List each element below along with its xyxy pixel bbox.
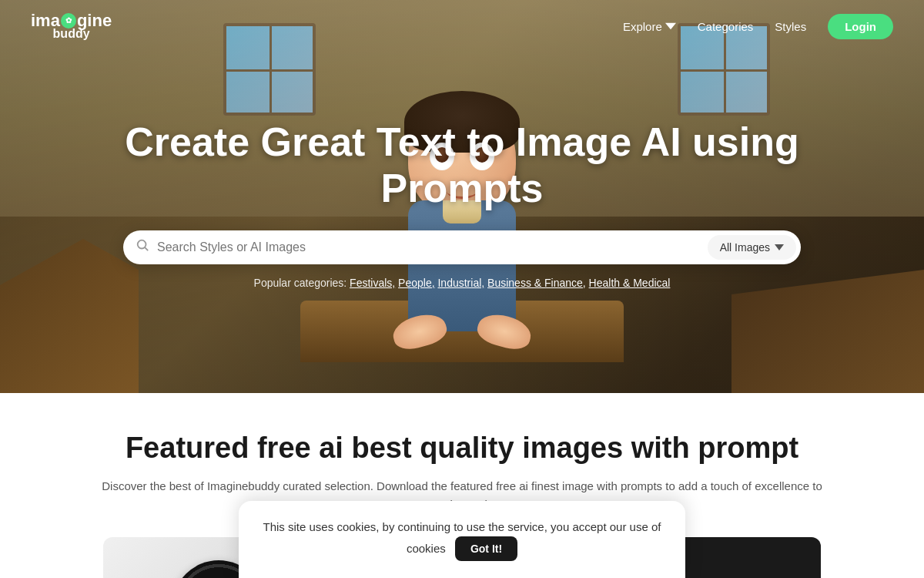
nav-explore[interactable]: Explore — [623, 20, 676, 33]
search-bar: All Images — [123, 230, 801, 264]
login-button[interactable]: Login — [828, 14, 893, 39]
logo-buddy: buddy — [53, 27, 90, 40]
search-input[interactable] — [157, 240, 708, 254]
category-festivals[interactable]: Festivals, — [350, 277, 395, 289]
search-icon — [136, 238, 149, 256]
svg-line-1 — [145, 247, 148, 250]
category-health-medical[interactable]: Health & Medical — [589, 277, 671, 289]
navigation: ima✿gine buddy Explore Categories Styles… — [0, 0, 924, 52]
hero-title: Create Great Text to Image AI using Prom… — [116, 119, 808, 212]
hero-content: Create Great Text to Image AI using Prom… — [0, 119, 924, 289]
nav-categories[interactable]: Categories — [698, 20, 754, 33]
logo[interactable]: ima✿gine buddy — [31, 12, 112, 40]
hero-section: Create Great Text to Image AI using Prom… — [0, 0, 924, 393]
nav-links: Explore Categories Styles Login — [623, 14, 893, 39]
logo-paw-icon: ✿ — [61, 13, 76, 29]
cookie-accept-button[interactable]: Got It! — [455, 536, 517, 561]
svg-point-0 — [138, 240, 146, 249]
category-industrial[interactable]: Industrial, — [437, 277, 484, 289]
section-title: Featured free ai best quality images wit… — [15, 432, 909, 465]
search-dropdown[interactable]: All Images — [708, 235, 796, 260]
chevron-down-icon — [665, 21, 676, 32]
category-business-finance[interactable]: Business & Finance, — [487, 277, 586, 289]
cookie-banner: This site uses cookies, by continuing to… — [239, 501, 685, 578]
dropdown-chevron-icon — [775, 244, 784, 250]
nav-styles[interactable]: Styles — [775, 20, 806, 33]
popular-categories: Popular categories: Festivals, People, I… — [15, 277, 909, 289]
category-people[interactable]: People, — [398, 277, 434, 289]
